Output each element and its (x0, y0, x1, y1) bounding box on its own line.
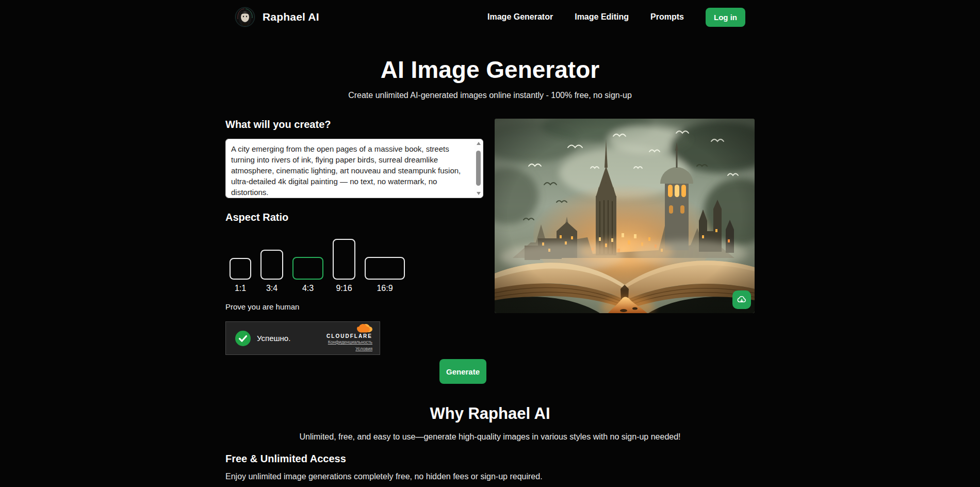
generate-button[interactable]: Generate (439, 359, 486, 384)
download-button[interactable] (732, 290, 751, 309)
cloud-download-icon (737, 295, 747, 305)
privacy-link[interactable]: Конфиденциальность (328, 339, 372, 346)
scrollbar-up-arrow-icon[interactable] (477, 142, 481, 145)
ratio-label: 9:16 (336, 284, 352, 293)
success-check-icon (235, 331, 251, 346)
ratio-box-3-4 (260, 250, 283, 280)
ratio-option-1-1[interactable]: 1:1 (230, 258, 251, 293)
aspect-ratio-selector: 1:1 3:4 4:3 9:16 16:9 (230, 239, 485, 293)
scrollbar-thumb[interactable] (476, 151, 481, 186)
cloudflare-brand-text: CLOUDFLARE (326, 333, 372, 339)
ratio-label: 16:9 (377, 284, 393, 293)
header: Raphael AI Image Generator Image Editing… (0, 0, 980, 34)
ratio-box-16-9 (365, 257, 405, 280)
brand-name: Raphael AI (263, 11, 319, 23)
ratio-label: 1:1 (235, 284, 246, 293)
terms-link[interactable]: Условия (355, 346, 372, 352)
ratio-option-9-16[interactable]: 9:16 (333, 239, 355, 293)
prompt-field-wrapper: A city emerging from the open pages of a… (225, 139, 483, 198)
generated-image-preview (495, 119, 755, 313)
brand[interactable]: Raphael AI (235, 7, 319, 27)
ratio-box-1-1 (230, 258, 251, 280)
cloudflare-block: CLOUDFLARE Конфиденциальность Условия (326, 324, 380, 352)
ratio-box-9-16 (333, 239, 355, 280)
login-button[interactable]: Log in (706, 8, 745, 27)
book-city-artwork (495, 119, 755, 313)
cloudflare-turnstile-widget: Успешно. CLOUDFLARE Конфиденциальность У… (225, 321, 380, 355)
scrollbar-down-arrow-icon[interactable] (477, 192, 481, 195)
feature-title: Free & Unlimited Access (225, 453, 755, 465)
ratio-option-16-9[interactable]: 16:9 (365, 257, 405, 293)
page-subtitle: Create unlimited AI-generated images onl… (0, 91, 980, 100)
prompt-scrollbar[interactable] (475, 139, 483, 198)
feature-text: Enjoy unlimited image generations comple… (225, 472, 755, 481)
nav-item-prompts[interactable]: Prompts (650, 12, 684, 22)
prompt-label: What will you create? (225, 119, 485, 131)
human-verification-label: Prove you are human (225, 302, 485, 311)
ratio-label: 3:4 (266, 284, 277, 293)
turnstile-status-text: Успешно. (257, 334, 290, 343)
why-section-title: Why Raphael AI (225, 404, 755, 423)
ratio-option-4-3[interactable]: 4:3 (292, 257, 323, 293)
raphael-logo-icon (235, 7, 255, 27)
page-title: AI Image Generator (0, 56, 980, 84)
prompt-input[interactable]: A city emerging from the open pages of a… (225, 139, 483, 198)
main-nav: Image Generator Image Editing Prompts Lo… (487, 8, 745, 27)
why-section-subtitle: Unlimited, free, and easy to use—generat… (225, 432, 755, 442)
nav-item-image-editing[interactable]: Image Editing (575, 12, 629, 22)
cloudflare-cloud-icon (357, 324, 372, 333)
ratio-box-4-3 (292, 257, 323, 280)
ratio-label: 4:3 (302, 284, 314, 293)
aspect-ratio-title: Aspect Ratio (225, 212, 485, 223)
ratio-option-3-4[interactable]: 3:4 (260, 250, 283, 293)
nav-item-image-generator[interactable]: Image Generator (487, 12, 553, 22)
